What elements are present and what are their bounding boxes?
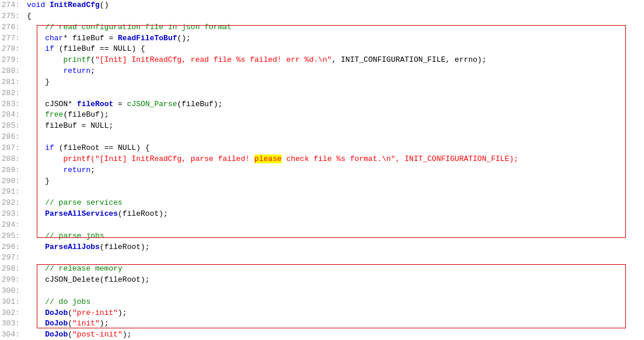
line-27: 300: bbox=[0, 286, 644, 297]
line-number: 276: bbox=[0, 22, 24, 33]
line-content: // do jobs bbox=[24, 297, 644, 308]
line-24: 297: bbox=[0, 253, 644, 264]
line-16: 289: return; bbox=[0, 165, 644, 176]
line-number: 298: bbox=[0, 264, 24, 275]
line-content: printf("[Init] InitReadCfg, parse failed… bbox=[24, 154, 644, 165]
line-number: 286: bbox=[0, 132, 24, 143]
line-number: 289: bbox=[0, 165, 24, 176]
line-20: 293: ParseAllServices(fileRoot); bbox=[0, 209, 644, 220]
line-number: 297: bbox=[0, 253, 24, 264]
line-content: if (fileRoot == NULL) { bbox=[24, 143, 644, 154]
line-29: 302: DoJob("pre-init"); bbox=[0, 308, 644, 319]
line-13: 286: bbox=[0, 132, 644, 143]
lines-container: 274:void InitReadCfg()275:{276: // read … bbox=[0, 0, 644, 340]
line-number: 294: bbox=[0, 220, 24, 231]
line-number: 281: bbox=[0, 77, 24, 88]
line-number: 291: bbox=[0, 187, 24, 198]
line-content: if (fileBuf == NULL) { bbox=[24, 44, 644, 55]
line-content: fileBuf = NULL; bbox=[24, 121, 644, 132]
line-number: 295: bbox=[0, 231, 24, 242]
line-content: void InitReadCfg() bbox=[24, 0, 644, 11]
line-1: 274:void InitReadCfg() bbox=[0, 0, 644, 11]
line-content: } bbox=[24, 77, 644, 88]
line-content: // read configuration file in json forma… bbox=[24, 22, 644, 33]
line-content: return; bbox=[24, 165, 644, 176]
line-number: 284: bbox=[0, 110, 24, 121]
line-17: 290: } bbox=[0, 176, 644, 187]
line-31: 304: DoJob("post-init"); bbox=[0, 330, 644, 340]
line-content: printf("[Init] InitReadCfg, read file %s… bbox=[24, 55, 644, 66]
line-6: 279: printf("[Init] InitReadCfg, read fi… bbox=[0, 55, 644, 66]
line-content: // release memory bbox=[24, 264, 644, 275]
line-8: 281: } bbox=[0, 77, 644, 88]
line-number: 287: bbox=[0, 143, 24, 154]
line-22: 295: // parse jobs bbox=[0, 231, 644, 242]
line-number: 304: bbox=[0, 330, 24, 340]
line-18: 291: bbox=[0, 187, 644, 198]
line-content: char* fileBuf = ReadFileToBuf(); bbox=[24, 33, 644, 44]
line-25: 298: // release memory bbox=[0, 264, 644, 275]
line-number: 275: bbox=[0, 11, 24, 22]
line-content: cJSON* fileRoot = cJSON_Parse(fileBuf); bbox=[24, 99, 644, 110]
line-number: 303: bbox=[0, 318, 24, 330]
line-10: 283: cJSON* fileRoot = cJSON_Parse(fileB… bbox=[0, 99, 644, 110]
line-number: 302: bbox=[0, 308, 24, 319]
line-content: // parse services bbox=[24, 198, 644, 209]
line-23: 296: ParseAllJobs(fileRoot); bbox=[0, 242, 644, 253]
line-number: 293: bbox=[0, 209, 24, 220]
code-container: 274:void InitReadCfg()275:{276: // read … bbox=[0, 0, 644, 340]
line-content: // parse jobs bbox=[24, 231, 644, 242]
line-number: 282: bbox=[0, 88, 24, 99]
line-content: free(fileBuf); bbox=[24, 110, 644, 121]
line-21: 294: bbox=[0, 220, 644, 231]
line-number: 285: bbox=[0, 121, 24, 132]
line-number: 296: bbox=[0, 242, 24, 253]
line-3: 276: // read configuration file in json … bbox=[0, 22, 644, 33]
line-9: 282: bbox=[0, 88, 644, 99]
line-number: 301: bbox=[0, 297, 24, 308]
line-number: 300: bbox=[0, 286, 24, 297]
line-number: 283: bbox=[0, 99, 24, 110]
line-19: 292: // parse services bbox=[0, 198, 644, 209]
line-2: 275:{ bbox=[0, 11, 644, 22]
line-content: DoJob("init"); bbox=[24, 318, 644, 330]
line-30: 303: DoJob("init"); bbox=[0, 318, 644, 330]
line-number: 288: bbox=[0, 154, 24, 165]
line-28: 301: // do jobs bbox=[0, 297, 644, 308]
line-12: 285: fileBuf = NULL; bbox=[0, 121, 644, 132]
line-number: 278: bbox=[0, 44, 24, 55]
line-number: 290: bbox=[0, 176, 24, 187]
line-4: 277: char* fileBuf = ReadFileToBuf(); bbox=[0, 33, 644, 44]
line-content: { bbox=[24, 11, 644, 22]
line-number: 280: bbox=[0, 66, 24, 77]
line-content: ParseAllServices(fileRoot); bbox=[24, 209, 644, 220]
line-content: } bbox=[24, 176, 644, 187]
line-5: 278: if (fileBuf == NULL) { bbox=[0, 44, 644, 55]
line-content: ParseAllJobs(fileRoot); bbox=[24, 242, 644, 253]
line-number: 274: bbox=[0, 0, 24, 11]
line-number: 277: bbox=[0, 33, 24, 44]
line-content: DoJob("pre-init"); bbox=[24, 308, 644, 319]
line-26: 299: cJSON_Delete(fileRoot); bbox=[0, 275, 644, 286]
line-number: 299: bbox=[0, 275, 24, 286]
line-15: 288: printf("[Init] InitReadCfg, parse f… bbox=[0, 154, 644, 165]
line-number: 279: bbox=[0, 55, 24, 66]
line-number: 292: bbox=[0, 198, 24, 209]
line-content: return; bbox=[24, 66, 644, 77]
line-content: DoJob("post-init"); bbox=[24, 330, 644, 340]
line-content: cJSON_Delete(fileRoot); bbox=[24, 275, 644, 286]
line-11: 284: free(fileBuf); bbox=[0, 110, 644, 121]
line-14: 287: if (fileRoot == NULL) { bbox=[0, 143, 644, 154]
line-7: 280: return; bbox=[0, 66, 644, 77]
